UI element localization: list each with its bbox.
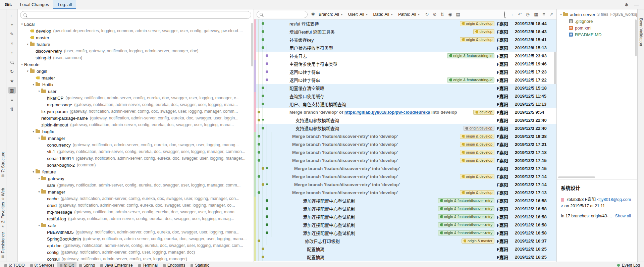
branch-item-user[interactable]: ▾user	[18, 88, 254, 95]
branch-label[interactable]: origin & feature/string-id	[447, 77, 494, 83]
branch-item-master[interactable]: master	[18, 34, 254, 41]
view-options-icon[interactable]: ≡	[8, 96, 16, 103]
cherry-pick-icon[interactable]: ⊙	[433, 12, 436, 17]
commit-row[interactable]: Merge branch 'feature/discover-retry' in…	[254, 189, 556, 197]
chevron-down-icon[interactable]: ▾	[559, 13, 563, 16]
branch-item-safe[interactable]: safe(gateway, notification, admin-server…	[18, 182, 254, 189]
branch-item-discover-retry[interactable]: discover-retry(user, config, gateway, no…	[18, 48, 254, 54]
branch-label[interactable]: origin & feature/string-id	[447, 53, 494, 58]
chevron-down-icon[interactable]: ▾	[25, 43, 30, 46]
branch-item-mq-message[interactable]: mq-message(gateway, notification, admin-…	[18, 209, 254, 215]
refresh-log-icon[interactable]: ↻	[425, 12, 429, 17]
commit-row[interactable]: 修改日志打印级别origin & masterF嘉阳2019/12/2 16:3…	[254, 237, 556, 245]
statusbar-item-8-services[interactable]: 8: Services	[28, 262, 57, 267]
history-icon[interactable]: ◷	[526, 12, 530, 17]
commit-message-link[interactable]: https://gitlab.fjy8018.top/pw-cloud/eure…	[344, 110, 430, 115]
branch-item-remote[interactable]: ▾Remote	[18, 61, 254, 68]
branch-item-api-doc[interactable]: api-doc(gateway, notification, admin-ser…	[18, 242, 254, 249]
chevron-down-icon[interactable]: ▾	[31, 170, 36, 173]
branch-item-sit-1[interactable]: sit-1(gateway, notification, admin-serve…	[18, 148, 254, 155]
log-search-input[interactable]	[257, 11, 308, 18]
changed-file-readme-md[interactable]: MREADME.MD	[557, 31, 637, 38]
commit-row[interactable]: Merge branch 'feature/discover-retry' in…	[254, 140, 556, 148]
branch-label[interactable]: origin & develop	[460, 21, 494, 26]
branch-item-zipkin-timeout[interactable]: zipkin-timeout(gateway, notification, ad…	[18, 121, 254, 128]
stripe-item-7-structure[interactable]: ▤7: Structure	[1, 152, 5, 177]
branch-item-fix-jvm-param[interactable]: fix-jvm-param(gateway, notification, adm…	[18, 108, 254, 115]
branch-item-sonar-190914[interactable]: sonar-190914(gateway, notification, admi…	[18, 155, 254, 162]
chevron-down-icon[interactable]: ▾	[37, 190, 41, 194]
maximize-icon[interactable]: ↗	[549, 12, 553, 17]
branch-item-reformat-package-name[interactable]: reformat-package-name(gateway, notificat…	[18, 115, 254, 121]
changed-file-gitignore[interactable]: g.gitignore	[557, 18, 637, 24]
branch-search-input[interactable]	[20, 11, 251, 19]
branch-item-feature[interactable]: ▾feature	[18, 168, 254, 175]
branch-label[interactable]: origin & develop	[460, 174, 494, 179]
branch-item-hikaricp[interactable]: hikariCP(gateway, notification, admin-se…	[18, 95, 254, 101]
branch-item-mq-message[interactable]: mq-message(gateway, notification, admin-…	[18, 101, 254, 108]
tab-local-changes[interactable]: Local Changes	[15, 0, 53, 9]
commit-row[interactable]: Merge branch 'feature/discover-retry' in…	[254, 164, 556, 172]
branch-label[interactable]: origin & master	[462, 238, 494, 244]
branch-item-sonar-bugfix-2[interactable]: sonar-bugfix-2(common)	[18, 162, 254, 168]
edit-icon[interactable]: ✎	[8, 31, 16, 37]
chevron-down-icon[interactable]: ▾	[31, 83, 36, 86]
commit-row[interactable]: Merge branch 'feature/discover-retry' in…	[254, 156, 556, 164]
commit-row[interactable]: 用户状态接收字符类型F嘉阳2019/12/6 15:13	[254, 44, 556, 52]
commit-row[interactable]: 返回ID转字符串origin & feature/string-idF嘉阳201…	[254, 76, 556, 84]
stripe-item-web[interactable]: ⊕Web	[1, 188, 5, 200]
branch-item-druid[interactable]: druid(gateway, notification, admin-serve…	[18, 202, 254, 209]
chevron-down-icon[interactable]: ▾	[37, 90, 41, 93]
sort-branches-icon[interactable]: ⇅	[8, 106, 16, 112]
branch-item-local[interactable]: ▾Local	[18, 21, 254, 28]
commit-row[interactable]: 支持通用参数模糊查询F嘉阳2019/12/3 22:40	[254, 116, 556, 124]
log-view-icon[interactable]: ▥	[8, 87, 16, 94]
stripe-item-persistence[interactable]: ▦Persistence	[1, 232, 5, 258]
layout-icon[interactable]: ▦	[534, 12, 538, 17]
branch-label[interactable]: origin & develop	[460, 142, 494, 147]
branch-item-safe[interactable]: ▾safe	[18, 222, 254, 229]
find-icon[interactable]	[504, 12, 505, 17]
log-search-settings-icon[interactable]: ✱	[311, 12, 315, 17]
branch-label[interactable]: develop	[473, 29, 494, 34]
details-scrollbar[interactable]	[635, 19, 637, 56]
filter-branch[interactable]: Branch:All▼	[319, 12, 343, 17]
chevron-down-icon[interactable]: ▾	[37, 137, 41, 140]
show-all-branches-link[interactable]: Show all	[615, 214, 631, 218]
patch-icon[interactable]: ▤	[456, 12, 460, 17]
branch-item-springbootadmin[interactable]: SpringBootAdmin(gateway, notification, a…	[18, 235, 254, 242]
commit-row[interactable]: Merge branch 'feature/discover-retry' in…	[254, 132, 556, 140]
commit-row[interactable]: resful 登陆支持origin & developF嘉阳2019/12/6 …	[254, 19, 556, 28]
commit-row[interactable]: 添加连接配置中心重试机制origin & feature/discover-re…	[254, 213, 556, 221]
statusbar-item-terminal[interactable]: Terminal	[136, 262, 160, 267]
branch-label[interactable]: develop	[473, 110, 494, 115]
statusbar-item-spring[interactable]: Spring	[76, 262, 98, 267]
add-icon[interactable]: +	[8, 21, 16, 28]
branch-item-manager[interactable]: ▾manager	[18, 189, 254, 195]
branch-label[interactable]: origin & develop	[460, 190, 494, 195]
chevron-down-icon[interactable]: ▾	[20, 63, 24, 66]
branch-label[interactable]: origin & feature/discover-retry	[438, 198, 494, 203]
branch-item-concurrency[interactable]: concurrency(gateway, notification, admin…	[18, 142, 254, 148]
tab-log-all[interactable]: Log: all	[53, 0, 76, 9]
refresh-icon[interactable]: ↻	[8, 68, 16, 75]
branch-item-hotfix[interactable]: ▾Hotfix	[18, 81, 254, 88]
statusbar-item-9-git[interactable]: 9: Git	[57, 262, 76, 267]
filter-date[interactable]: Date:All▼	[373, 12, 393, 17]
go-to-hash-icon[interactable]: →	[509, 12, 514, 17]
undo-icon[interactable]: ↶	[518, 12, 522, 17]
commit-row[interactable]: Merge branch 'develop' of https://gitlab…	[254, 108, 556, 116]
branch-item-gateway[interactable]: ▾gateway	[18, 175, 254, 182]
statusbar-item-endpoints[interactable]: Endpoints	[160, 262, 188, 267]
branch-item-config[interactable]: config(gateway, notification, admin-serv…	[18, 249, 254, 256]
branch-item-origin[interactable]: ▾origin	[18, 68, 254, 74]
commit-row[interactable]: Merge branch 'feature/discover-retry' in…	[254, 148, 556, 156]
branch-label[interactable]: origin & develop	[460, 150, 494, 155]
back-icon[interactable]: ←	[8, 12, 16, 18]
branch-item-develop[interactable]: develop(pw-cloud-dependencies, logging, …	[18, 28, 254, 34]
branch-label[interactable]: origin & develop	[460, 158, 494, 163]
event-log-button[interactable]: Event Log	[617, 262, 644, 267]
search-icon[interactable]	[8, 59, 16, 65]
branch-label[interactable]: origin & develop	[460, 134, 494, 139]
branch-label[interactable]: origin & feature/discover-retry	[438, 206, 494, 211]
